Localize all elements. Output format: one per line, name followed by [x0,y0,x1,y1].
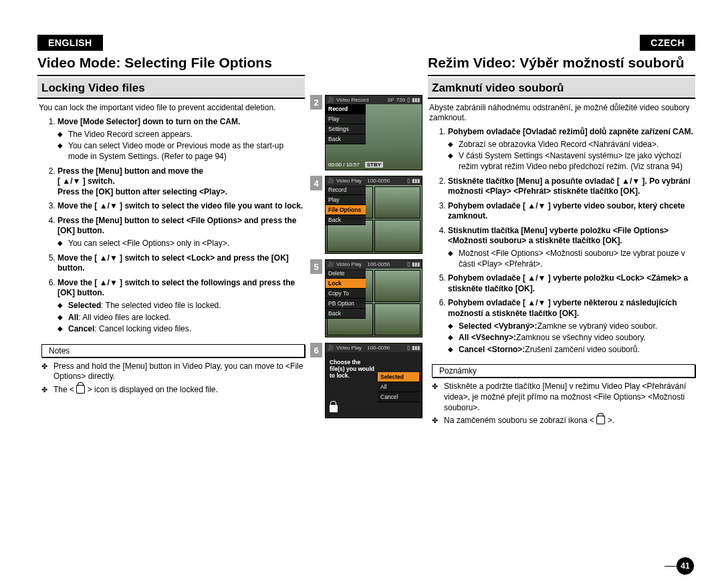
step-number-2: 2 [310,95,322,110]
step-4-b1-en: You can select <File Options> only in <P… [57,239,305,249]
step-1-cz: Pohybem ovladače [Ovladač režimů] dolů z… [448,127,693,136]
step-4-cz: Stisknutím tlačítka [Menu] vyberte polož… [448,226,669,246]
intro-en: You can lock the important video file to… [39,103,305,113]
memory-icon: ▯ [407,97,410,103]
lock-white-icon [330,405,338,414]
step-1-b1-en: The Video Record screen appears. [57,130,305,140]
menu-item-record: Record [326,104,366,114]
camera-icon: 🎥 [328,97,334,103]
step-6-en: Move the [ ▲/▼ ] switch to select the fo… [57,278,295,298]
camera-icon: 🎥 [328,178,334,184]
step-6-b3-en: Cancel: Cancel locking video files. [57,324,305,335]
menu-item-file-options: File Options [326,205,366,215]
title-czech: Režim Video: Výběr možností souborů [428,52,695,76]
file-id: 100-0056 [367,345,390,351]
menu-item-copy-to: Copy To [326,289,366,299]
file-id: 100-0056 [367,261,390,267]
screen-6-video-play: 🎥Video Play 100-0056▯ ▮▮▮ Choose the fil… [325,343,423,418]
menu-item-back: Back [326,309,366,319]
step-6-b3-cz: Cancel <Storno>:Zrušení zamčení video so… [448,345,695,355]
resolution-badge: 720 [396,97,405,103]
step-6-b2-en: All: All video files are locked. [57,313,305,323]
step-6-cz: Pohybem ovladače [ ▲/▼ ] vyberte některo… [448,298,677,318]
stby-badge: STBY [365,162,383,168]
camera-icon: 🎥 [328,345,334,351]
memory-icon: ▯ [407,261,410,267]
note-1-cz: Stiskněte a podržte tlačítko [Menu] v re… [432,382,695,413]
dialog-selected: Selected [378,372,419,382]
camera-icon: 🎥 [328,261,334,267]
memory-icon: ▯ [407,178,410,184]
step-6-b1-cz: Selected <Vybraný>:Zamkne se vybraný vid… [448,321,695,332]
dialog-all: All [378,382,419,392]
step-number-6: 6 [310,343,322,357]
lock-icon [596,416,605,424]
step-4-en: Press the [Menu] button to select <File … [57,216,296,236]
notes-title-en: Notes [41,344,305,357]
timecode: 00:00 / 10:57 [328,162,360,168]
step-3-cz: Pohybem ovladače [ ▲/▼ ] vyberte video s… [448,201,685,221]
step-1-b2-en: You can select Video mode or Previous mo… [57,141,305,162]
step-1-title-en: Move [Mode Selector] down to turn on the… [57,117,240,126]
note-2-cz: Na zamčeném souboru se zobrazí ikona < >… [432,416,695,426]
battery-icon: ▮▮▮ [412,97,420,103]
steps-en: Move [Mode Selector] down to turn on the… [37,117,305,339]
intro-cz: Abyste zabránili náhodnému odstranění, j… [429,103,695,123]
step-2-l2-en: [ ▲/▼ ] switch. [57,176,115,186]
title-english: Video Mode: Selecting File Options [37,52,305,76]
quality-badge: SF [387,97,394,103]
screen-4-video-play: 🎥Video Play 100-0056▯ ▮▮▮ Record Play Fi… [325,176,423,254]
dialog-cancel: Cancel [378,392,419,402]
page-number: 41 [677,557,694,575]
step-1-b1-cz: Zobrazí se obrazovka Video Record <Nahrá… [448,140,695,150]
menu-item-record: Record [326,185,366,195]
battery-icon: ▮▮▮ [412,345,420,351]
note-2-en: The < > icon is displayed on the locked … [41,385,305,396]
step-5-en: Move the [ ▲/▼ ] switch to select <Lock>… [57,253,289,273]
menu-item-delete: Delete [326,269,366,279]
note-1-en: Press and hold the [Menu] button in Vide… [41,361,305,382]
lang-badge-english: ENGLISH [37,35,103,51]
file-id: 100-0056 [367,178,390,184]
step-number-5: 5 [310,259,322,274]
battery-icon: ▮▮▮ [412,261,420,267]
menu-item-back: Back [326,134,366,144]
steps-cz: Pohybem ovladače [Ovladač režimů] dolů z… [428,127,695,359]
screen-5-title: Video Play [336,261,362,267]
screen-6-title: Video Play [336,345,362,351]
step-2-cz: Stiskněte tlačítko [Menu] a posuňte ovla… [448,176,691,196]
menu-item-play: Play [326,195,366,205]
memory-icon: ▯ [407,345,410,351]
screen-2-title: Video Record [336,97,368,103]
step-2-l3-en: Press the [OK] button after selecting <P… [57,187,227,196]
step-2-l1-en: Press the [Menu] button and move the [57,166,203,176]
screen-4-title: Video Play [336,178,362,184]
lock-prompt: Choose the file(s) you would to lock. [330,359,376,380]
notes-title-cz: Poznámky [432,364,695,378]
screen-5-video-play: 🎥Video Play 100-0056▯ ▮▮▮ Delete Lock Co… [325,259,423,337]
battery-icon: ▮▮▮ [412,178,420,184]
english-column: ENGLISH Video Mode: Selecting File Optio… [37,35,305,581]
thumbnail [374,186,420,218]
step-1-b2-cz: V části System Settings <Nastavení systé… [448,151,695,172]
notes-en: Press and hold the [Menu] button in Vide… [41,361,305,398]
lang-badge-czech: CZECH [640,35,695,51]
notes-cz: Stiskněte a podržte tlačítko [Menu] v re… [432,382,695,428]
step-3-en: Move the [ ▲/▼ ] switch to select the vi… [57,201,303,210]
screenshots-strip: 2 🎥Video Record SF 720 ▯ ▮▮▮ Record Play… [310,35,423,581]
menu-item-back: Back [326,215,366,225]
czech-column: CZECH Režim Video: Výběr možností soubor… [428,35,695,581]
thumbnail [374,303,420,335]
step-number-4: 4 [310,176,322,190]
menu-item-play: Play [326,114,366,124]
menu-item-pb-option: PB Option [326,299,366,309]
step-5-cz: Pohybem ovladače [ ▲/▼ ] vyberte položku… [448,273,688,293]
screen-2-video-record: 🎥Video Record SF 720 ▯ ▮▮▮ Record Play S… [325,95,423,170]
step-4-b1-cz: Možnost <File Options> <Možnosti souboru… [448,249,695,269]
menu-item-lock: Lock [326,279,366,289]
subtitle-english: Locking Video files [37,78,305,99]
step-6-b2-cz: All <Všechny>:Zamknou se všechny video s… [448,333,695,343]
menu-item-settings: Settings [326,124,366,134]
step-6-b1-en: Selected: The selected video file is loc… [57,301,305,311]
lock-icon [76,385,85,394]
